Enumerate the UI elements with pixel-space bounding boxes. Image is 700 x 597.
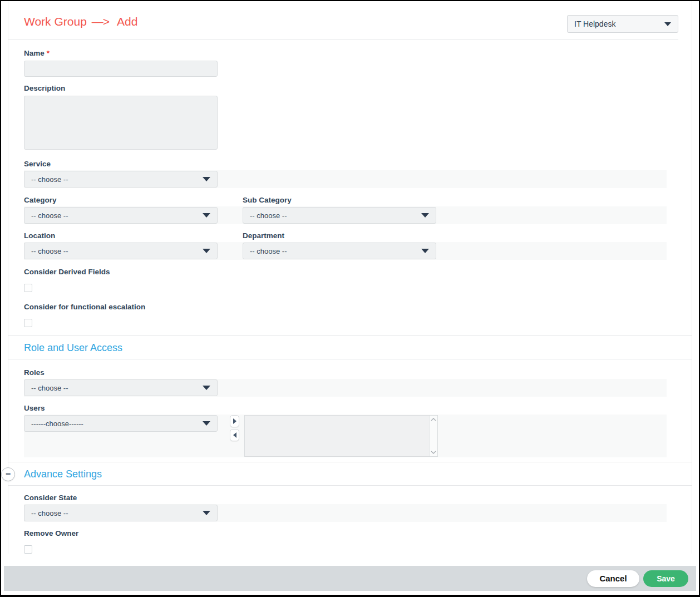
roles-label: Roles: [24, 368, 678, 377]
header-divider: [8, 40, 678, 40]
chevron-down-icon: [421, 249, 429, 253]
name-label: Name*: [24, 49, 678, 58]
page: Work Group —> Add IT Helpdesk Name* Desc…: [0, 0, 700, 597]
chevron-down-icon: [203, 213, 210, 218]
move-left-button[interactable]: [230, 429, 239, 441]
scroll-up-icon[interactable]: [431, 418, 436, 421]
listbox-scrollbar[interactable]: [429, 416, 437, 456]
arrow-icon: —>: [92, 15, 109, 28]
page-title: Work Group —> Add: [24, 15, 137, 28]
service-label: Service: [24, 160, 678, 169]
remove-owner-checkbox[interactable]: [24, 545, 32, 554]
sub-category-select[interactable]: -- choose --: [243, 207, 436, 224]
name-input[interactable]: [24, 61, 218, 77]
description-textarea[interactable]: [24, 96, 218, 150]
department-select-value: -- choose --: [250, 247, 287, 255]
section-divider: [8, 359, 692, 359]
scroll-down-icon[interactable]: [431, 451, 436, 454]
service-select-value: -- choose --: [31, 175, 68, 184]
consider-state-select-value: -- choose --: [31, 509, 68, 517]
move-left-icon: [233, 432, 236, 438]
description-label: Description: [24, 84, 678, 93]
chevron-down-icon: [421, 213, 429, 218]
location-select-value: -- choose --: [31, 247, 68, 255]
selected-users-listbox[interactable]: [244, 415, 438, 457]
consider-state-select[interactable]: -- choose --: [24, 505, 218, 521]
footer-action-bar: Cancel Save: [4, 566, 696, 591]
cancel-button[interactable]: Cancel: [587, 570, 639, 587]
consider-functional-escalation-checkbox[interactable]: [24, 319, 32, 327]
chevron-down-icon: [203, 421, 210, 426]
consider-derived-fields-label: Consider Derived Fields: [24, 268, 678, 277]
move-right-button[interactable]: [230, 415, 239, 427]
chevron-down-icon: [203, 177, 210, 181]
users-select[interactable]: ------choose------: [24, 415, 218, 432]
consider-derived-fields-checkbox[interactable]: [24, 284, 32, 292]
required-asterisk: *: [47, 49, 50, 57]
page-title-workgroup: Work Group: [24, 15, 87, 28]
category-select[interactable]: -- choose --: [24, 207, 218, 224]
users-select-value: ------choose------: [31, 420, 83, 428]
consider-functional-escalation-label: Consider for functional escalation: [24, 303, 678, 312]
sub-category-label: Sub Category: [243, 196, 292, 205]
workgroup-select[interactable]: IT Helpdesk: [567, 15, 678, 33]
collapse-advance-settings-button[interactable]: −: [1, 467, 15, 481]
workgroup-select-value: IT Helpdesk: [574, 19, 615, 28]
main-content: Work Group —> Add IT Helpdesk Name* Desc…: [8, 1, 692, 554]
location-select[interactable]: -- choose --: [24, 243, 218, 259]
service-select[interactable]: -- choose --: [24, 171, 218, 188]
header: Work Group —> Add IT Helpdesk: [8, 1, 692, 40]
section-divider: [8, 485, 692, 486]
category-select-value: -- choose --: [31, 211, 68, 220]
department-label: Department: [243, 231, 284, 240]
roles-select-value: -- choose --: [31, 384, 68, 392]
roles-select[interactable]: -- choose --: [24, 379, 218, 396]
chevron-down-icon: [203, 249, 210, 253]
minus-icon: −: [6, 470, 11, 478]
category-label: Category: [24, 196, 243, 205]
location-label: Location: [24, 231, 243, 240]
sub-category-select-value: -- choose --: [250, 211, 287, 220]
remove-owner-label: Remove Owner: [24, 529, 678, 538]
save-button[interactable]: Save: [643, 570, 688, 587]
users-label: Users: [24, 404, 678, 413]
chevron-down-icon: [203, 386, 210, 390]
move-right-icon: [233, 418, 236, 424]
page-title-add: Add: [117, 15, 137, 28]
advance-settings-heading: Advance Settings: [24, 468, 678, 480]
chevron-down-icon: [203, 511, 210, 515]
department-select[interactable]: -- choose --: [243, 243, 436, 259]
chevron-down-icon: [664, 22, 671, 26]
role-user-access-heading: Role and User Access: [24, 342, 678, 354]
consider-state-label: Consider State: [24, 494, 678, 502]
